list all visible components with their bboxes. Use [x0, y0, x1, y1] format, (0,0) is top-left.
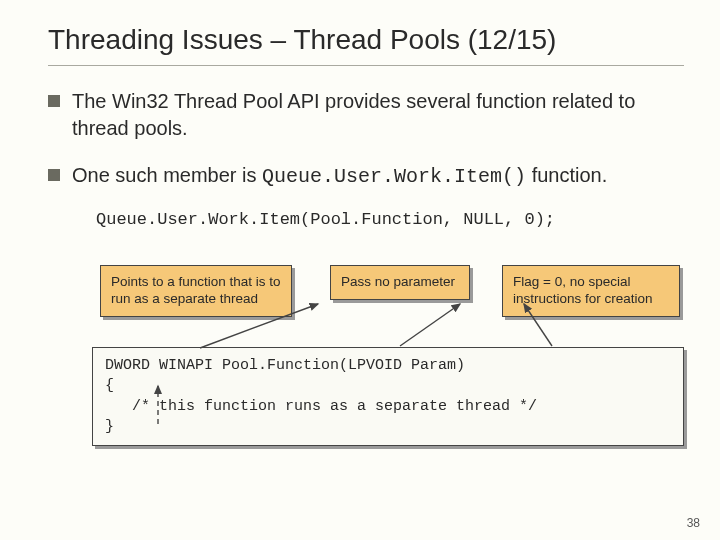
code-line: DWORD WINAPI Pool.Function(LPVOID Param) [105, 357, 465, 374]
inline-code: Queue.User.Work.Item() [262, 165, 526, 188]
callout-box: Flag = 0, no special instructions for cr… [502, 265, 680, 317]
bullet-text: The Win32 Thread Pool API provides sever… [72, 90, 635, 139]
bullet-text: One such member is [72, 164, 262, 186]
callout-box: Pass no parameter [330, 265, 470, 300]
code-line: } [105, 418, 114, 435]
page-number: 38 [687, 516, 700, 530]
slide-title: Threading Issues – Thread Pools (12/15) [48, 22, 684, 66]
callout-row: Points to a function that is to run as a… [96, 247, 684, 319]
code-call-line: Queue.User.Work.Item(Pool.Function, NULL… [96, 210, 684, 229]
bullet-list: The Win32 Thread Pool API provides sever… [48, 88, 684, 190]
bullet-item: The Win32 Thread Pool API provides sever… [48, 88, 684, 142]
code-line: { [105, 377, 114, 394]
code-block: DWORD WINAPI Pool.Function(LPVOID Param)… [92, 347, 684, 446]
bullet-text: function. [526, 164, 607, 186]
code-line: /* this function runs as a separate thre… [105, 398, 537, 415]
callout-box: Points to a function that is to run as a… [100, 265, 292, 317]
bullet-item: One such member is Queue.User.Work.Item(… [48, 162, 684, 190]
